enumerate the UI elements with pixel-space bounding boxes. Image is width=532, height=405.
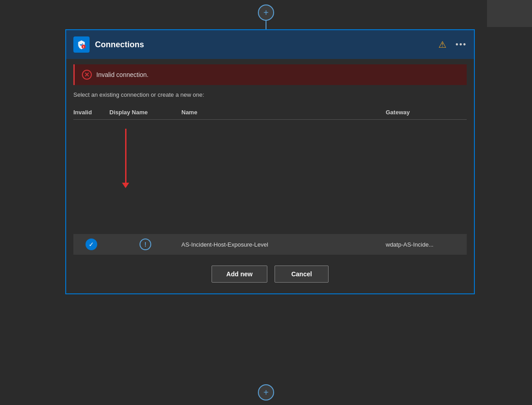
error-icon: ✕	[82, 70, 92, 80]
connections-table: Invalid Display Name Name Gateway ✓ ! AS…	[66, 105, 474, 255]
connector-bottom[interactable]: +	[258, 384, 274, 400]
row-invalid-cell: !	[109, 238, 181, 250]
connections-icon: !	[73, 36, 90, 53]
error-text: Invalid connection.	[96, 71, 149, 78]
cancel-button[interactable]: Cancel	[275, 266, 329, 283]
add-connector-bottom-button[interactable]: +	[258, 384, 274, 400]
row-name: wdatp-AS-Incide...	[386, 241, 467, 248]
invalid-warning-icon: !	[140, 238, 151, 250]
more-options-button[interactable]: •••	[455, 40, 467, 50]
connections-dialog: ! Connections ⚠ ••• ✕ Invalid connection…	[65, 29, 475, 294]
dialog-header: ! Connections ⚠ •••	[66, 30, 474, 59]
col-invalid: Invalid	[73, 109, 109, 116]
dialog-title: Connections	[95, 40, 433, 50]
add-new-button[interactable]: Add new	[212, 266, 267, 283]
row-display-name: AS-Incident-Host-Exposure-Level	[181, 241, 386, 248]
annotation-arrow	[122, 129, 129, 188]
warning-icon[interactable]: ⚠	[438, 39, 446, 50]
table-row[interactable]: ✓ ! AS-Incident-Host-Exposure-Level wdat…	[73, 234, 467, 255]
col-name: Name	[181, 109, 386, 116]
connector-top-line	[266, 21, 266, 30]
table-header: Invalid Display Name Name Gateway	[73, 105, 467, 120]
col-display-name: Display Name	[109, 109, 181, 116]
arrow-head	[122, 183, 129, 188]
dialog-subtitle: Select an existing connection or create …	[66, 85, 474, 102]
arrow-line	[125, 129, 126, 183]
table-body: ✓ ! AS-Incident-Host-Exposure-Level wdat…	[73, 120, 467, 255]
shield-icon: !	[77, 40, 86, 50]
error-banner: ✕ Invalid connection.	[73, 64, 467, 85]
col-gateway: Gateway	[386, 109, 467, 116]
svg-text:!: !	[83, 45, 84, 49]
right-panel	[487, 0, 532, 27]
add-connector-top-button[interactable]: +	[258, 4, 274, 21]
dialog-footer: Add new Cancel	[66, 255, 474, 293]
row-select-cell[interactable]: ✓	[73, 238, 109, 250]
selected-check-icon: ✓	[86, 238, 97, 250]
